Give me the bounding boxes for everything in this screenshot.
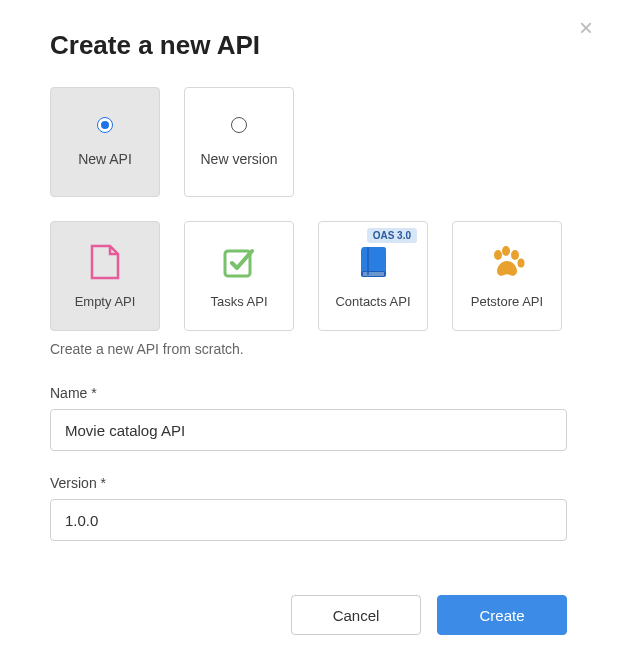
type-label: New version bbox=[200, 151, 277, 167]
template-card-petstore[interactable]: Petstore API bbox=[452, 221, 562, 331]
paw-icon bbox=[489, 244, 525, 280]
button-row: Cancel Create bbox=[50, 595, 567, 635]
template-card-empty[interactable]: Empty API bbox=[50, 221, 160, 331]
close-button[interactable]: × bbox=[579, 16, 593, 40]
create-button[interactable]: Create bbox=[437, 595, 567, 635]
svg-point-2 bbox=[494, 250, 502, 260]
svg-point-4 bbox=[511, 250, 519, 260]
version-input[interactable] bbox=[50, 499, 567, 541]
type-card-new-version[interactable]: New version bbox=[184, 87, 294, 197]
template-label: Tasks API bbox=[210, 294, 267, 309]
radio-icon bbox=[231, 117, 247, 133]
oas-badge: OAS 3.0 bbox=[367, 228, 417, 243]
name-label: Name * bbox=[50, 385, 567, 401]
radio-dot-icon bbox=[101, 121, 109, 129]
close-icon: × bbox=[579, 14, 593, 41]
svg-point-5 bbox=[518, 258, 525, 267]
type-label: New API bbox=[78, 151, 132, 167]
template-card-contacts[interactable]: OAS 3.0 Contacts API bbox=[318, 221, 428, 331]
book-icon bbox=[355, 244, 391, 280]
name-input[interactable] bbox=[50, 409, 567, 451]
checkbox-icon bbox=[221, 244, 257, 280]
cancel-button[interactable]: Cancel bbox=[291, 595, 421, 635]
radio-icon bbox=[97, 117, 113, 133]
svg-point-3 bbox=[502, 246, 510, 256]
version-label: Version * bbox=[50, 475, 567, 491]
template-label: Empty API bbox=[75, 294, 136, 309]
file-icon bbox=[87, 244, 123, 280]
template-card-tasks[interactable]: Tasks API bbox=[184, 221, 294, 331]
template-selector-row: Empty API Tasks API OAS 3.0 bbox=[50, 221, 567, 331]
create-api-dialog: Create a new API New API New version Emp… bbox=[0, 0, 617, 663]
svg-rect-1 bbox=[361, 271, 386, 277]
helper-text: Create a new API from scratch. bbox=[50, 341, 567, 357]
template-label: Contacts API bbox=[335, 294, 410, 309]
dialog-title: Create a new API bbox=[50, 30, 567, 61]
type-card-new-api[interactable]: New API bbox=[50, 87, 160, 197]
template-label: Petstore API bbox=[471, 294, 543, 309]
type-selector-row: New API New version bbox=[50, 87, 567, 197]
